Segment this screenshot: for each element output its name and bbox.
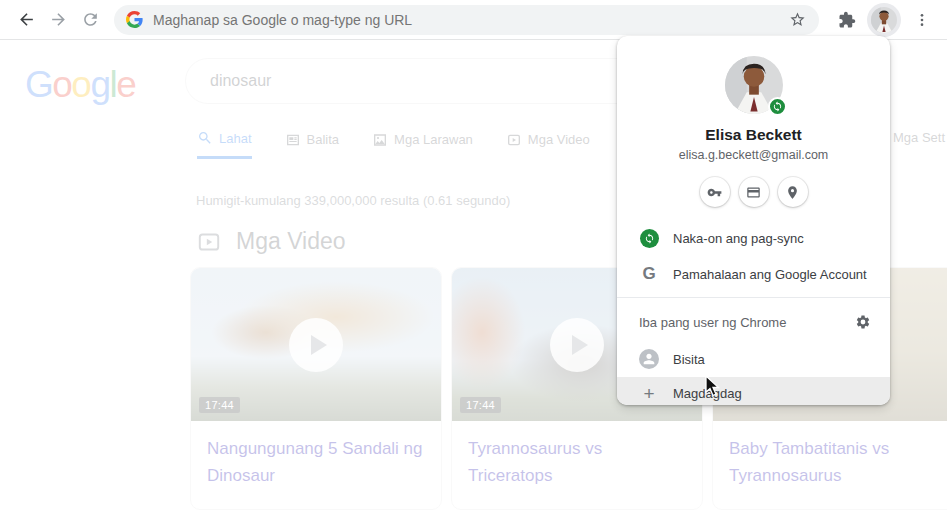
- passwords-button[interactable]: [700, 177, 730, 207]
- result-stats: Humigit-kumulang 339,000,000 resulta (0.…: [196, 193, 510, 208]
- tab-mga-larawan[interactable]: Mga Larawan: [372, 130, 473, 159]
- search-input[interactable]: [210, 72, 640, 90]
- video-title-link[interactable]: Nangungunang 5 Sandali ng Dinosaur: [191, 421, 441, 509]
- play-button-icon[interactable]: [550, 318, 604, 372]
- browser-menu-button[interactable]: [907, 5, 937, 35]
- extensions-button[interactable]: [831, 4, 863, 36]
- video-duration-badge: 17:44: [460, 397, 501, 413]
- tab-mga-video[interactable]: Mga Video: [506, 130, 590, 159]
- videos-heading-label: Mga Video: [236, 228, 346, 255]
- reload-button[interactable]: [74, 4, 106, 36]
- manage-account-label: Pamahalaan ang Google Account: [673, 267, 867, 282]
- guest-item[interactable]: Bisita: [617, 341, 890, 377]
- sync-on-icon: [639, 228, 659, 248]
- images-icon: [372, 132, 388, 148]
- tab-label: Mga Larawan: [394, 132, 473, 147]
- video-thumbnail[interactable]: 17:44: [191, 268, 441, 421]
- news-icon: [285, 132, 301, 148]
- tab-label: Balita: [307, 132, 340, 147]
- guest-avatar-icon: [639, 349, 659, 369]
- tab-lahat[interactable]: Lahat: [197, 130, 252, 159]
- mouse-cursor: [704, 375, 723, 397]
- profile-avatar-large: [725, 56, 783, 114]
- profile-avatar: [871, 7, 897, 33]
- profile-name: Elisa Beckett: [617, 126, 890, 144]
- google-g-glyph-icon: G: [639, 264, 659, 284]
- location-pin-icon: [785, 185, 800, 200]
- star-icon: [789, 11, 806, 28]
- tab-balita[interactable]: Balita: [285, 130, 340, 159]
- other-users-label: Iba pang user ng Chrome: [639, 315, 786, 330]
- addresses-button[interactable]: [778, 177, 808, 207]
- video-card[interactable]: 17:44 Nangungunang 5 Sandali ng Dinosaur: [190, 267, 442, 510]
- sync-badge-icon: [768, 97, 787, 116]
- plus-icon: +: [639, 384, 659, 404]
- forward-button[interactable]: [42, 4, 74, 36]
- tab-mga-setting[interactable]: Mga Sett: [893, 130, 945, 145]
- search-box[interactable]: [185, 58, 665, 104]
- manage-google-account-item[interactable]: G Pamahalaan ang Google Account: [617, 256, 890, 292]
- tab-label: Mga Video: [528, 132, 590, 147]
- back-button[interactable]: [10, 4, 42, 36]
- profile-menu: Elisa Beckett elisa.g.beckett@gmail.com …: [617, 36, 890, 405]
- three-dots-icon: [914, 12, 930, 28]
- address-bar[interactable]: [114, 5, 819, 35]
- forward-arrow-icon: [49, 10, 68, 29]
- profile-email: elisa.g.beckett@gmail.com: [617, 148, 890, 162]
- search-icon: [197, 130, 213, 146]
- tab-label: Lahat: [219, 131, 252, 146]
- menu-divider: [617, 297, 890, 298]
- play-button-icon[interactable]: [289, 318, 343, 372]
- manage-users-button[interactable]: [850, 309, 876, 335]
- bookmark-star-button[interactable]: [785, 8, 809, 32]
- back-arrow-icon: [17, 10, 36, 29]
- sync-status-item[interactable]: Naka-on ang pag-sync: [617, 220, 890, 256]
- address-input[interactable]: [153, 12, 785, 28]
- videos-icon: [506, 132, 522, 148]
- profile-menu-items: Naka-on ang pag-sync G Pamahalaan ang Go…: [617, 220, 890, 405]
- other-users-section: Iba pang user ng Chrome: [617, 303, 890, 341]
- video-title-link[interactable]: Tyrannosaurus vs Triceratops: [452, 421, 702, 509]
- profile-avatar-button[interactable]: [867, 3, 901, 37]
- profile-menu-header: Elisa Beckett elisa.g.beckett@gmail.com: [617, 36, 890, 207]
- puzzle-icon: [838, 11, 856, 29]
- add-user-item[interactable]: + Magdagdag: [617, 377, 890, 405]
- gear-icon: [855, 314, 871, 330]
- key-icon: [707, 185, 722, 200]
- sync-status-label: Naka-on ang pag-sync: [673, 231, 804, 246]
- reload-icon: [81, 10, 100, 29]
- video-duration-badge: 17:44: [199, 397, 240, 413]
- video-title-link[interactable]: Baby Tambatitanis vs Tyrannosaurus: [713, 421, 947, 509]
- payment-methods-button[interactable]: [739, 177, 769, 207]
- videos-section-heading: Mga Video: [196, 228, 346, 255]
- profile-shortcuts: [617, 177, 890, 207]
- videos-section-icon: [196, 229, 222, 255]
- guest-label: Bisita: [673, 352, 705, 367]
- google-g-icon: [126, 11, 143, 28]
- google-logo[interactable]: Google: [25, 64, 135, 106]
- browser-toolbar: [0, 0, 947, 40]
- result-tabs: Lahat Balita Mga Larawan Mga Video: [197, 130, 590, 159]
- payment-card-icon: [746, 185, 761, 200]
